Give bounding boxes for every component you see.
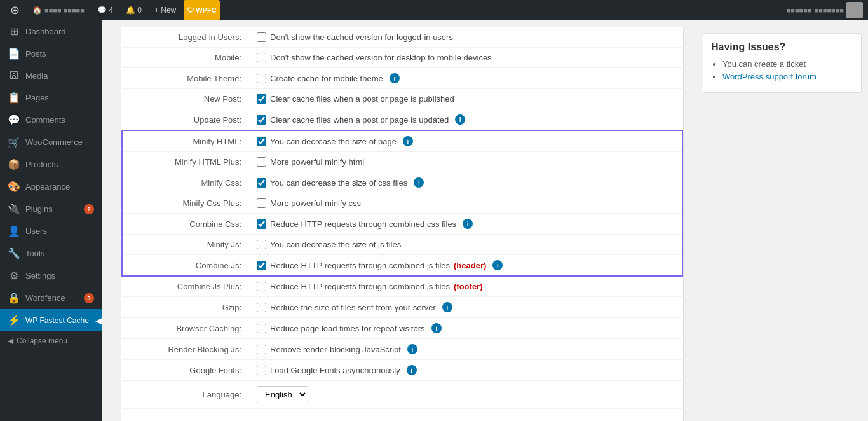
- woocommerce-icon: 🛒: [8, 136, 20, 148]
- settings-checkbox-label[interactable]: More powerful minify html: [257, 157, 674, 167]
- checkbox-logged-in-users[interactable]: [257, 32, 266, 42]
- settings-row: Gzip:Reduce the size of files sent from …: [122, 297, 682, 318]
- info-icon[interactable]: i: [492, 260, 503, 270]
- settings-checkbox-label[interactable]: Create cache for mobile themei: [257, 73, 675, 83]
- checkbox-mobile[interactable]: [257, 53, 266, 62]
- settings-checkbox-label[interactable]: Load Google Fonts asynchronouslyi: [257, 365, 675, 375]
- content-area: Logged-in Users:Don't show the cached ve…: [102, 20, 868, 421]
- checkbox-combine-css[interactable]: [257, 219, 266, 229]
- settings-checkbox-label[interactable]: More powerful minify css: [257, 198, 674, 208]
- sidebar-item-wpfastestcache[interactable]: ⚡ WP Fastest Cache ◀: [0, 309, 102, 331]
- info-icon[interactable]: i: [414, 177, 424, 188]
- settings-value: You can decrease the size of css filesi: [249, 172, 682, 193]
- settings-value: Create cache for mobile themei: [249, 68, 682, 89]
- settings-checkbox-label[interactable]: Remove render-blocking JavaScripti: [257, 344, 675, 354]
- admin-bar-home[interactable]: 🏠 ■■■■ ■■■■■: [27, 0, 90, 20]
- checkbox-update-post[interactable]: [257, 115, 266, 125]
- settings-checkbox-label[interactable]: You can decrease the size of css filesi: [257, 177, 674, 188]
- checkbox-minify-js[interactable]: [257, 240, 266, 249]
- settings-checkbox-label[interactable]: Reduce HTTP requests through combined cs…: [257, 219, 674, 229]
- settings-checkbox-label[interactable]: You can decrease the size of pagei: [257, 136, 674, 146]
- settings-checkbox-label[interactable]: Don't show the cached version for logged…: [257, 32, 675, 42]
- main-layout: ⊞ Dashboard 📄 Posts 🖼 Media 📋 Pages 💬 Co…: [0, 20, 868, 421]
- sidebar-item-label: Plugins: [25, 204, 53, 214]
- sidebar-item-products[interactable]: 📦 Products: [0, 153, 102, 176]
- checkbox-gzip[interactable]: [257, 303, 266, 312]
- comments-icon: 💬: [8, 114, 20, 126]
- info-icon[interactable]: i: [403, 136, 413, 146]
- sidebar-item-woocommerce[interactable]: 🛒 WooCommerce: [0, 131, 102, 153]
- info-icon[interactable]: i: [431, 323, 442, 333]
- settings-text: Don't show the cached version for deskto…: [270, 53, 492, 62]
- sidebar-item-tools[interactable]: 🔧 Tools: [0, 242, 102, 265]
- sidebar-item-label: WP Fastest Cache: [25, 316, 89, 325]
- sidebar-item-pages[interactable]: 📋 Pages: [0, 86, 102, 109]
- checkbox-combine-js-plus[interactable]: [257, 282, 266, 291]
- sidebar-item-dashboard[interactable]: ⊞ Dashboard: [0, 20, 102, 43]
- checkbox-combine-js[interactable]: [257, 261, 266, 270]
- checkbox-google-fonts[interactable]: [257, 366, 266, 375]
- wp-logo-icon[interactable]: ⊕: [5, 3, 25, 17]
- checkbox-minify-html[interactable]: [257, 137, 266, 146]
- settings-label: Minify Css:: [122, 172, 249, 193]
- settings-badge: (footer): [454, 282, 483, 291]
- settings-wrap: Logged-in Users:Don't show the cached ve…: [121, 27, 684, 421]
- settings-checkbox-label[interactable]: Clear cache files when a post or page is…: [257, 94, 675, 104]
- settings-value: Clear cache files when a post or page is…: [249, 109, 682, 131]
- settings-text: Reduce page load times for repeat visito…: [270, 324, 425, 333]
- sidebar-item-posts[interactable]: 📄 Posts: [0, 43, 102, 65]
- plugins-icon: 🔌: [8, 203, 20, 215]
- list-item: WordPress support forum: [722, 72, 853, 81]
- checkbox-browser-caching[interactable]: [257, 324, 266, 333]
- settings-label: New Post:: [122, 89, 249, 109]
- avatar[interactable]: [846, 2, 863, 18]
- sidebar-item-label: Appearance: [25, 182, 70, 191]
- info-icon[interactable]: i: [407, 344, 417, 354]
- settings-text: Reduce HTTP requests through combined js…: [270, 261, 450, 270]
- settings-checkbox-label[interactable]: You can decrease the size of js files: [257, 240, 674, 249]
- info-icon[interactable]: i: [407, 365, 417, 375]
- wp-support-link[interactable]: WordPress support forum: [722, 72, 817, 81]
- checkbox-minify-html-plus[interactable]: [257, 157, 266, 167]
- collapse-menu[interactable]: ◀ Collapse menu: [0, 331, 102, 350]
- info-icon[interactable]: i: [442, 302, 452, 312]
- settings-checkbox-label[interactable]: Reduce page load times for repeat visito…: [257, 323, 675, 333]
- sidebar-item-comments[interactable]: 💬 Comments: [0, 109, 102, 131]
- sidebar-item-plugins[interactable]: 🔌 Plugins 2: [0, 198, 102, 220]
- info-icon[interactable]: i: [463, 219, 473, 229]
- admin-bar-wpfc[interactable]: 🛡 WPFC: [184, 0, 219, 20]
- wordfence-icon: 🔒: [8, 292, 20, 304]
- settings-text: Reduce HTTP requests through combined js…: [270, 282, 450, 291]
- sidebar-item-label: Pages: [25, 93, 49, 102]
- checkbox-new-post[interactable]: [257, 94, 266, 104]
- admin-bar: ⊕ 🏠 ■■■■ ■■■■■ 💬 4 🔔 0 + New 🛡 WPFC ■■■■…: [0, 0, 868, 20]
- info-icon[interactable]: i: [390, 73, 400, 83]
- checkbox-render-blocking-js[interactable]: [257, 345, 266, 354]
- admin-bar-new[interactable]: + New: [149, 6, 181, 15]
- admin-bar-notifications[interactable]: 🔔 0: [121, 0, 147, 20]
- checkbox-minify-css-plus[interactable]: [257, 198, 266, 208]
- settings-label: Minify Js:: [122, 235, 249, 255]
- checkbox-minify-css[interactable]: [257, 178, 266, 188]
- sidebar-item-appearance[interactable]: 🎨 Appearance: [0, 176, 102, 198]
- settings-checkbox-label[interactable]: Reduce HTTP requests through combined js…: [257, 282, 675, 291]
- settings-label: Logged-in Users:: [122, 27, 249, 48]
- admin-bar-comments[interactable]: 💬 4: [92, 0, 118, 20]
- settings-checkbox-label[interactable]: Clear cache files when a post or page is…: [257, 114, 675, 125]
- settings-checkbox-label[interactable]: Don't show the cached version for deskto…: [257, 53, 675, 62]
- language-select[interactable]: English: [257, 386, 308, 403]
- sidebar-item-media[interactable]: 🖼 Media: [0, 65, 102, 86]
- sidebar-item-settings[interactable]: ⚙ Settings: [0, 265, 102, 287]
- settings-checkbox-label[interactable]: Reduce HTTP requests through combined js…: [257, 260, 674, 270]
- settings-value: More powerful minify css: [249, 193, 682, 214]
- sidebar-item-wordfence[interactable]: 🔒 Wordfence 3: [0, 287, 102, 309]
- sidebar-item-label: Products: [25, 160, 58, 169]
- settings-checkbox-label[interactable]: Reduce the size of files sent from your …: [257, 302, 675, 312]
- settings-row: Update Post:Clear cache files when a pos…: [122, 109, 682, 131]
- settings-text: You can decrease the size of css files: [270, 178, 407, 188]
- settings-label: Mobile:: [122, 48, 249, 68]
- sidebar-item-users[interactable]: 👤 Users: [0, 220, 102, 242]
- settings-label: Combine Css:: [122, 214, 249, 235]
- checkbox-mobile-theme[interactable]: [257, 74, 266, 83]
- info-icon[interactable]: i: [455, 114, 465, 125]
